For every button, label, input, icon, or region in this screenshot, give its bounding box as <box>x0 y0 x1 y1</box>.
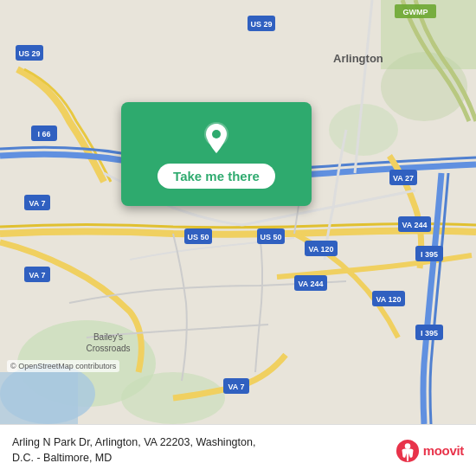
location-pin-icon <box>197 120 235 158</box>
svg-text:I 395: I 395 <box>421 329 438 338</box>
svg-text:VA 27: VA 27 <box>393 174 414 183</box>
svg-text:VA 7: VA 7 <box>228 383 244 391</box>
map-container: Arlington Bailey's Crossroads GWMP US 29… <box>0 0 476 424</box>
svg-text:I 395: I 395 <box>421 250 438 259</box>
svg-point-49 <box>404 443 410 449</box>
svg-text:US 29: US 29 <box>250 20 272 29</box>
bottom-bar: Arling N Park Dr, Arlington, VA 22203, W… <box>0 424 476 476</box>
svg-rect-7 <box>0 372 78 424</box>
moovit-brand-name: moovit <box>423 443 464 458</box>
svg-point-47 <box>212 130 221 138</box>
svg-text:VA 7: VA 7 <box>29 199 45 208</box>
svg-text:Crossroads: Crossroads <box>86 344 130 353</box>
address-line1: Arling N Park Dr, Arlington, VA 22203, W… <box>12 435 396 451</box>
svg-text:US 50: US 50 <box>187 233 209 241</box>
svg-text:VA 244: VA 244 <box>402 221 427 229</box>
address-line2: D.C. - Baltimore, MD <box>12 451 396 466</box>
svg-text:GWMP: GWMP <box>403 8 428 16</box>
svg-text:VA 120: VA 120 <box>308 245 333 254</box>
svg-text:Arlington: Arlington <box>333 52 383 65</box>
svg-point-5 <box>381 52 467 121</box>
svg-text:VA 120: VA 120 <box>376 295 401 304</box>
svg-point-3 <box>329 104 398 156</box>
moovit-logo: moovit <box>396 439 464 463</box>
svg-text:I 66: I 66 <box>37 130 50 138</box>
address-section: Arling N Park Dr, Arlington, VA 22203, W… <box>12 435 396 466</box>
svg-text:US 29: US 29 <box>18 49 40 58</box>
take-me-there-button[interactable]: Take me there <box>158 164 275 189</box>
svg-text:VA 244: VA 244 <box>298 280 323 288</box>
moovit-brand-icon <box>396 439 420 463</box>
location-card: Take me there <box>121 102 312 206</box>
copyright-text: © OpenStreetMap contributors <box>7 360 119 372</box>
svg-text:VA 7: VA 7 <box>29 271 45 280</box>
svg-text:US 50: US 50 <box>260 233 281 241</box>
svg-text:Bailey's: Bailey's <box>93 332 123 342</box>
